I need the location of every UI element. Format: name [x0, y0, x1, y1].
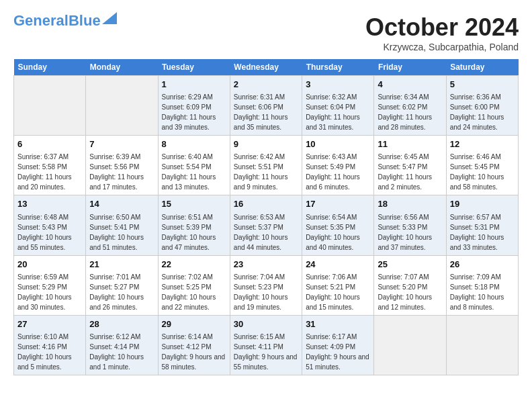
day-info: Sunrise: 6:36 AMSunset: 6:00 PMDaylight:… — [450, 92, 515, 132]
month-title: October 2024 — [365, 13, 519, 42]
day-number: 26 — [450, 259, 515, 271]
calendar-cell: 30Sunrise: 6:15 AMSunset: 4:11 PMDayligh… — [230, 315, 302, 375]
day-number: 17 — [306, 198, 370, 210]
calendar-cell: 17Sunrise: 6:54 AMSunset: 5:35 PMDayligh… — [302, 195, 374, 255]
col-sunday: Sunday — [14, 59, 86, 76]
location: Krzywcza, Subcarpathia, Poland — [365, 42, 519, 52]
calendar-cell: 11Sunrise: 6:45 AMSunset: 5:47 PMDayligh… — [374, 136, 446, 195]
day-number: 6 — [17, 138, 82, 150]
calendar-cell: 22Sunrise: 7:02 AMSunset: 5:25 PMDayligh… — [158, 255, 230, 315]
calendar-cell: 24Sunrise: 7:06 AMSunset: 5:21 PMDayligh… — [302, 255, 374, 315]
day-info: Sunrise: 6:39 AMSunset: 5:56 PMDaylight:… — [89, 152, 154, 192]
day-info: Sunrise: 6:59 AMSunset: 5:29 PMDaylight:… — [17, 272, 82, 312]
calendar-cell: 13Sunrise: 6:48 AMSunset: 5:43 PMDayligh… — [14, 195, 86, 255]
day-number: 16 — [234, 198, 298, 210]
calendar-cell: 23Sunrise: 7:04 AMSunset: 5:23 PMDayligh… — [230, 255, 302, 315]
calendar-cell: 19Sunrise: 6:57 AMSunset: 5:31 PMDayligh… — [446, 195, 518, 255]
title-block: October 2024 Krzywcza, Subcarpathia, Pol… — [365, 13, 519, 52]
day-info: Sunrise: 6:37 AMSunset: 5:58 PMDaylight:… — [17, 152, 82, 192]
calendar-row: 13Sunrise: 6:48 AMSunset: 5:43 PMDayligh… — [14, 195, 519, 255]
calendar-row: 1Sunrise: 6:29 AMSunset: 6:09 PMDaylight… — [14, 76, 519, 136]
day-number: 25 — [378, 259, 442, 271]
col-tuesday: Tuesday — [158, 59, 230, 76]
day-number: 11 — [378, 138, 442, 150]
day-number: 12 — [450, 138, 515, 150]
day-info: Sunrise: 7:07 AMSunset: 5:20 PMDaylight:… — [378, 272, 442, 312]
day-info: Sunrise: 6:29 AMSunset: 6:09 PMDaylight:… — [162, 92, 226, 132]
day-info: Sunrise: 6:45 AMSunset: 5:47 PMDaylight:… — [378, 152, 442, 192]
day-number: 30 — [234, 318, 298, 330]
calendar-cell: 18Sunrise: 6:56 AMSunset: 5:33 PMDayligh… — [374, 195, 446, 255]
day-info: Sunrise: 6:50 AMSunset: 5:41 PMDaylight:… — [89, 212, 154, 253]
calendar-row: 27Sunrise: 6:10 AMSunset: 4:16 PMDayligh… — [14, 315, 519, 375]
day-number: 10 — [306, 138, 370, 150]
day-info: Sunrise: 6:53 AMSunset: 5:37 PMDaylight:… — [234, 212, 298, 253]
day-number: 8 — [162, 138, 226, 150]
day-info: Sunrise: 6:56 AMSunset: 5:33 PMDaylight:… — [378, 212, 442, 253]
day-info: Sunrise: 6:40 AMSunset: 5:54 PMDaylight:… — [162, 152, 226, 192]
day-number: 1 — [162, 79, 226, 91]
day-info: Sunrise: 6:34 AMSunset: 6:02 PMDaylight:… — [378, 92, 442, 132]
calendar-cell: 8Sunrise: 6:40 AMSunset: 5:54 PMDaylight… — [158, 136, 230, 195]
day-info: Sunrise: 6:51 AMSunset: 5:39 PMDaylight:… — [162, 212, 226, 253]
day-number: 5 — [450, 79, 515, 91]
calendar-cell — [14, 76, 86, 136]
day-number: 29 — [162, 318, 226, 330]
calendar-row: 20Sunrise: 6:59 AMSunset: 5:29 PMDayligh… — [14, 255, 519, 315]
day-info: Sunrise: 6:10 AMSunset: 4:16 PMDaylight:… — [17, 332, 82, 372]
svg-marker-0 — [102, 12, 117, 24]
day-number: 21 — [89, 259, 154, 271]
logo: GeneralBlue — [13, 13, 117, 28]
day-number: 7 — [89, 138, 154, 150]
day-number: 9 — [234, 138, 298, 150]
calendar-cell: 1Sunrise: 6:29 AMSunset: 6:09 PMDaylight… — [158, 76, 230, 136]
day-info: Sunrise: 6:57 AMSunset: 5:31 PMDaylight:… — [450, 212, 515, 253]
day-number: 15 — [162, 198, 226, 210]
day-info: Sunrise: 6:32 AMSunset: 6:04 PMDaylight:… — [306, 92, 370, 132]
calendar-cell: 27Sunrise: 6:10 AMSunset: 4:16 PMDayligh… — [14, 315, 86, 375]
day-info: Sunrise: 7:02 AMSunset: 5:25 PMDaylight:… — [162, 272, 226, 312]
day-info: Sunrise: 7:01 AMSunset: 5:27 PMDaylight:… — [89, 272, 154, 312]
calendar-cell: 10Sunrise: 6:43 AMSunset: 5:49 PMDayligh… — [302, 136, 374, 195]
calendar-cell: 9Sunrise: 6:42 AMSunset: 5:51 PMDaylight… — [230, 136, 302, 195]
day-number: 3 — [306, 79, 370, 91]
col-friday: Friday — [374, 59, 446, 76]
day-number: 2 — [234, 79, 298, 91]
calendar-row: 6Sunrise: 6:37 AMSunset: 5:58 PMDaylight… — [14, 136, 519, 195]
calendar-cell: 6Sunrise: 6:37 AMSunset: 5:58 PMDaylight… — [14, 136, 86, 195]
calendar-cell: 12Sunrise: 6:46 AMSunset: 5:45 PMDayligh… — [446, 136, 518, 195]
day-info: Sunrise: 6:17 AMSunset: 4:09 PMDaylight:… — [306, 332, 370, 372]
calendar-cell: 3Sunrise: 6:32 AMSunset: 6:04 PMDaylight… — [302, 76, 374, 136]
page-header: GeneralBlue October 2024 Krzywcza, Subca… — [13, 13, 519, 52]
day-info: Sunrise: 6:43 AMSunset: 5:49 PMDaylight:… — [306, 152, 370, 192]
calendar-cell: 14Sunrise: 6:50 AMSunset: 5:41 PMDayligh… — [86, 195, 158, 255]
col-thursday: Thursday — [302, 59, 374, 76]
day-info: Sunrise: 6:14 AMSunset: 4:12 PMDaylight:… — [162, 332, 226, 372]
day-number: 4 — [378, 79, 442, 91]
day-number: 18 — [378, 198, 442, 210]
day-number: 31 — [306, 318, 370, 330]
day-number: 22 — [162, 259, 226, 271]
day-info: Sunrise: 6:48 AMSunset: 5:43 PMDaylight:… — [17, 212, 82, 253]
calendar-cell: 25Sunrise: 7:07 AMSunset: 5:20 PMDayligh… — [374, 255, 446, 315]
day-number: 28 — [89, 318, 154, 330]
calendar-cell — [86, 76, 158, 136]
day-number: 13 — [17, 198, 82, 210]
day-info: Sunrise: 7:04 AMSunset: 5:23 PMDaylight:… — [234, 272, 298, 312]
calendar-cell: 5Sunrise: 6:36 AMSunset: 6:00 PMDaylight… — [446, 76, 518, 136]
day-number: 27 — [17, 318, 82, 330]
day-number: 24 — [306, 259, 370, 271]
day-info: Sunrise: 7:09 AMSunset: 5:18 PMDaylight:… — [450, 272, 515, 312]
day-number: 20 — [17, 259, 82, 271]
day-number: 19 — [450, 198, 515, 210]
day-info: Sunrise: 6:15 AMSunset: 4:11 PMDaylight:… — [234, 332, 298, 372]
day-info: Sunrise: 6:12 AMSunset: 4:14 PMDaylight:… — [89, 332, 154, 372]
header-row: Sunday Monday Tuesday Wednesday Thursday… — [14, 59, 519, 76]
calendar-cell: 4Sunrise: 6:34 AMSunset: 6:02 PMDaylight… — [374, 76, 446, 136]
day-info: Sunrise: 6:42 AMSunset: 5:51 PMDaylight:… — [234, 152, 298, 192]
logo-icon — [102, 12, 117, 24]
calendar-cell: 29Sunrise: 6:14 AMSunset: 4:12 PMDayligh… — [158, 315, 230, 375]
calendar-cell: 21Sunrise: 7:01 AMSunset: 5:27 PMDayligh… — [86, 255, 158, 315]
day-info: Sunrise: 7:06 AMSunset: 5:21 PMDaylight:… — [306, 272, 370, 312]
calendar-cell — [374, 315, 446, 375]
